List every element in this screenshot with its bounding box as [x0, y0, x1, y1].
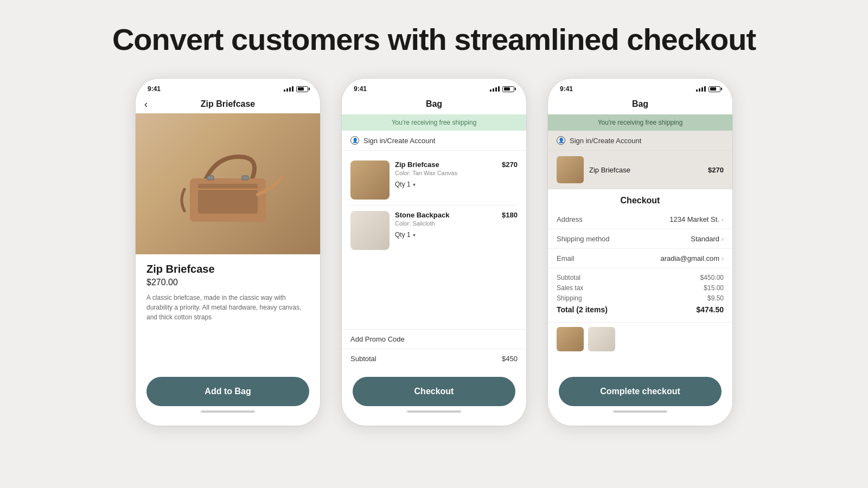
svg-rect-3 — [207, 176, 214, 180]
svg-rect-4 — [242, 176, 248, 180]
shipping-value: Standard — [691, 235, 719, 243]
complete-checkout-button[interactable]: Complete checkout — [559, 377, 722, 406]
tax-value: $15.00 — [704, 284, 724, 292]
cart-items-2: Zip Briefcase Color: Tan Wax Canvas Qty … — [342, 151, 526, 329]
shipping-label: Shipping method — [557, 235, 610, 243]
phone2-content: Bag You're receiving free shipping 👤 Sig… — [342, 95, 526, 426]
item-preview-3: Zip Briefcase $270 — [548, 151, 732, 189]
signal-1 — [284, 86, 293, 92]
subtotal-value: $450 — [502, 355, 518, 363]
status-bar-1: 9:41 — [136, 79, 320, 95]
battery-1 — [296, 86, 308, 92]
product-desc: A classic briefcase, made in the classic… — [146, 293, 309, 322]
status-right-2 — [490, 86, 514, 92]
email-chevron: › — [722, 255, 724, 262]
add-to-bag-button[interactable]: Add to Bag — [146, 377, 309, 406]
phone3-content: Bag You're receiving free shipping 👤 Sig… — [548, 95, 732, 426]
bag-svg — [174, 140, 282, 227]
checkout-button[interactable]: Checkout — [353, 377, 515, 406]
subtotal-row: Subtotal $450 — [342, 349, 526, 368]
mini-thumb-briefcase — [557, 327, 584, 351]
headline: Convert customers with streamlined check… — [112, 22, 756, 57]
phone3: 9:41 Bag You're receiving free shipping — [548, 79, 732, 426]
tax-label: Sales tax — [557, 284, 583, 292]
user-icon-2: 👤 — [350, 136, 359, 145]
checkout-section: Checkout Address 1234 Market St. › Shipp… — [548, 189, 732, 368]
shipping-cost-value: $9.50 — [707, 294, 724, 302]
sign-in-label-3: Sign in/Create Account — [570, 137, 641, 145]
phone1-outer: 9:41 ‹ Zip Briefcase — [136, 79, 320, 426]
status-right-1 — [284, 86, 308, 92]
item-name-2: Stone Backpack — [395, 211, 496, 219]
home-indicator-3 — [613, 410, 667, 413]
tax-line: Sales tax $15.00 — [557, 284, 724, 292]
shipping-chevron: › — [722, 235, 724, 243]
item-qty-1[interactable]: Qty 1 ▾ — [395, 181, 496, 188]
cart-item-1: Zip Briefcase Color: Tan Wax Canvas Qty … — [350, 155, 518, 206]
phone3-outer: 9:41 Bag You're receiving free shipping — [548, 79, 732, 426]
item-info-1: Zip Briefcase Color: Tan Wax Canvas Qty … — [395, 160, 496, 188]
totals-section: Subtotal $450.00 Sales tax $15.00 Shippi… — [548, 268, 732, 322]
bottom-thumbs — [548, 322, 732, 356]
subtotal-line-label: Subtotal — [557, 274, 580, 281]
time-2: 9:41 — [354, 85, 367, 93]
product-price: $270.00 — [146, 278, 309, 287]
grand-total-value: $474.50 — [696, 305, 724, 314]
subtotal-line: Subtotal $450.00 — [557, 274, 724, 281]
item-price-2: $180 — [502, 211, 518, 219]
phone2-outer: 9:41 Bag You're receiving free shipping — [342, 79, 526, 426]
status-bar-3: 9:41 — [548, 79, 732, 95]
status-right-3 — [696, 86, 720, 92]
item-thumb-2 — [350, 211, 390, 250]
address-value: 1234 Market St. — [669, 215, 719, 223]
subtotal-line-value: $450.00 — [700, 274, 724, 281]
phone1: 9:41 ‹ Zip Briefcase — [136, 79, 320, 426]
time-3: 9:41 — [560, 85, 573, 93]
user-icon-3: 👤 — [557, 136, 565, 145]
grand-total-label: Total (2 items) — [557, 305, 608, 314]
free-shipping-3: You're receiving free shipping — [548, 114, 732, 131]
home-indicator-2 — [407, 410, 461, 413]
email-row[interactable]: Email aradia@gmail.com › — [548, 249, 732, 268]
battery-3 — [709, 86, 720, 92]
phone3-button-wrapper: Complete checkout — [548, 368, 732, 426]
shipping-cost-line: Shipping $9.50 — [557, 294, 724, 302]
free-shipping-2: You're receiving free shipping — [342, 114, 526, 131]
nav-bar-1: ‹ Zip Briefcase — [136, 95, 320, 113]
back-button-1[interactable]: ‹ — [144, 99, 148, 110]
item-name-1: Zip Briefcase — [395, 160, 496, 169]
qty-chevron-1: ▾ — [413, 182, 416, 188]
nav-title-1: Zip Briefcase — [201, 99, 255, 109]
briefcase-thumb — [350, 160, 390, 200]
bag-header-2: Bag — [342, 95, 526, 114]
item-qty-2[interactable]: Qty 1 ▾ — [395, 231, 496, 239]
svg-rect-1 — [198, 184, 258, 214]
status-bar-2: 9:41 — [342, 79, 526, 95]
shipping-cost-label: Shipping — [557, 294, 582, 302]
phones-row: 9:41 ‹ Zip Briefcase — [43, 79, 825, 426]
address-label: Address — [557, 215, 583, 223]
qty-chevron-2: ▾ — [413, 232, 416, 238]
backpack-thumb — [350, 211, 390, 250]
phone1-content: ‹ Zip Briefcase — [136, 95, 320, 426]
address-row[interactable]: Address 1234 Market St. › — [548, 210, 732, 229]
promo-row[interactable]: Add Promo Code — [342, 329, 526, 349]
phone3-item-name: Zip Briefcase — [589, 166, 703, 174]
sign-in-2[interactable]: 👤 Sign in/Create Account — [342, 131, 526, 151]
shipping-row[interactable]: Shipping method Standard › — [548, 229, 732, 249]
checkout-title: Checkout — [548, 189, 732, 210]
subtotal-label: Subtotal — [350, 355, 376, 363]
sign-in-3[interactable]: 👤 Sign in/Create Account — [548, 131, 732, 151]
grand-total-line: Total (2 items) $474.50 — [557, 305, 724, 314]
time-1: 9:41 — [148, 85, 161, 93]
phone2: 9:41 Bag You're receiving free shipping — [342, 79, 526, 426]
phone1-button-wrapper: Add to Bag — [136, 368, 320, 426]
address-value-wrapper: 1234 Market St. › — [669, 215, 724, 223]
item-thumb-1 — [350, 160, 390, 200]
mini-thumb-backpack — [588, 327, 615, 351]
sign-in-label-2: Sign in/Create Account — [363, 137, 435, 145]
address-chevron: › — [722, 216, 724, 223]
cart-item-2: Stone Backpack Color: Sailcloth Qty 1 ▾ … — [350, 206, 518, 255]
phone3-item-price: $270 — [708, 166, 724, 174]
item-color-2: Color: Sailcloth — [395, 220, 496, 227]
